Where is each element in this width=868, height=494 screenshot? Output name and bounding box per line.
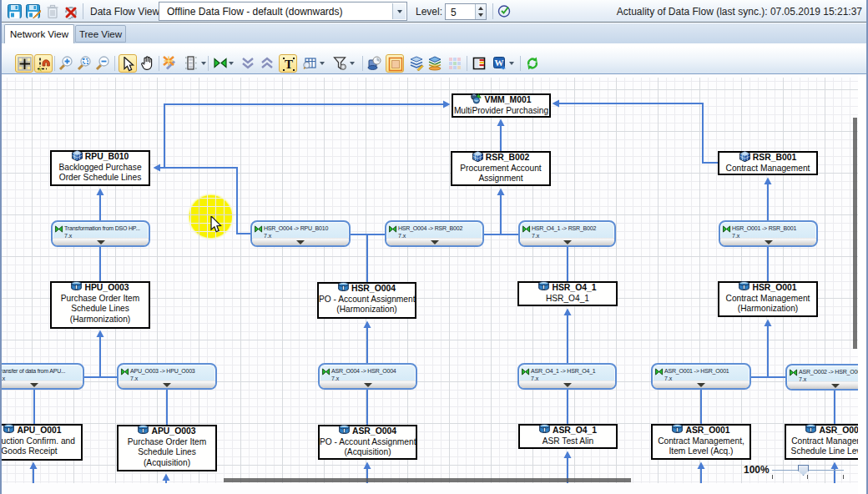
svg-text:W: W bbox=[495, 58, 504, 68]
svg-text:T: T bbox=[285, 58, 293, 71]
